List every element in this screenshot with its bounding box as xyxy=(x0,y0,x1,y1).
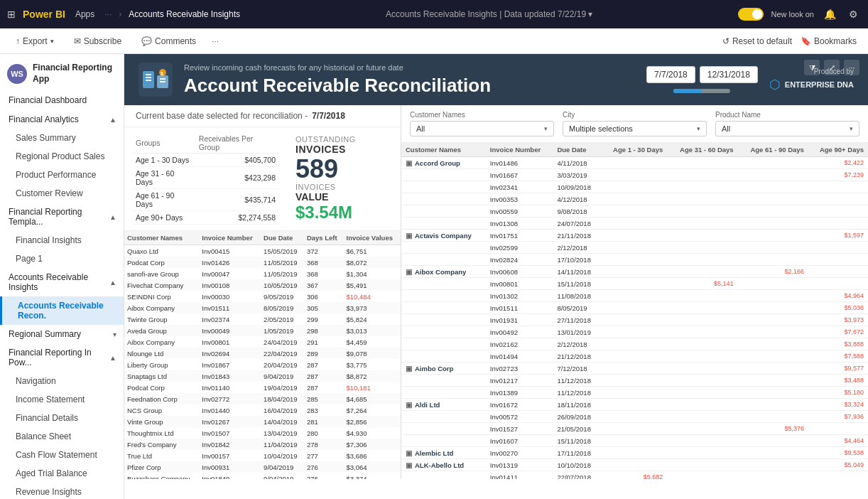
right-table-row: Inv01411 22/07/2018 $5,682 xyxy=(401,471,868,480)
brand-logo: ⬡ ENTERPRISE DNA xyxy=(769,77,854,92)
bookmarks-button[interactable]: 🔖 Bookmarks xyxy=(801,36,857,46)
right-table-row: Inv02341 10/09/2018 xyxy=(401,181,868,193)
right-age3 xyxy=(738,242,808,254)
settings-icon[interactable]: ⚙ xyxy=(846,9,861,20)
financial-reporting-in-pow-chevron: ▲ xyxy=(109,354,116,362)
bookmarks-label: Bookmarks xyxy=(814,36,857,46)
detail-invoice: Inv02374 xyxy=(199,313,261,325)
sidebar-item-aged-trial-balance[interactable]: Aged Trial Balance xyxy=(0,464,124,483)
breadcrumb-active: Accounts Receivable Insights xyxy=(129,9,240,19)
fullscreen-button[interactable]: ⤢ xyxy=(824,60,840,75)
right-age3 xyxy=(738,181,808,193)
group-expand-icon: ▣ xyxy=(406,401,412,409)
right-customer-group: ▣Aldi Ltd xyxy=(401,399,486,411)
sidebar-section-regional-summary[interactable]: Regional Summary ▾ xyxy=(0,325,124,343)
detail-invoice: Inv01440 xyxy=(199,404,261,416)
right-age1 xyxy=(601,399,667,411)
export-chevron: ▾ xyxy=(50,38,54,45)
date-slider[interactable] xyxy=(673,89,730,93)
sidebar-item-financial-dashboard[interactable]: Financial Dashboard xyxy=(0,90,124,110)
sidebar-item-revenue-insights[interactable]: Revenue Insights xyxy=(0,483,124,499)
sidebar-section-financial-reporting-in-pow[interactable]: Financial Reporting In Pow... ▲ xyxy=(0,343,124,372)
right-invoice: Inv02341 xyxy=(486,181,553,193)
date-selector[interactable]: 7/7/2018 12/31/2018 xyxy=(646,66,758,93)
right-table-scroll[interactable]: Customer NamesInvoice NumberDue DateAge … xyxy=(401,143,868,479)
sidebar-item-cash-flow-statement[interactable]: Cash Flow Statement xyxy=(0,446,124,464)
right-due-date: 15/11/2018 xyxy=(553,278,601,290)
sidebar-section-financial-analytics[interactable]: Financial Analytics ▲ xyxy=(0,110,124,129)
action-dots[interactable]: ··· xyxy=(212,36,219,46)
sidebar-item-accounts-receivable-recon[interactable]: Accounts Receivable Recon. xyxy=(0,296,124,325)
filter-button[interactable]: ⧩ xyxy=(804,60,820,75)
detail-value: $3,775 xyxy=(344,359,401,370)
sidebar-section-financial-reporting-templates[interactable]: Financial Reporting Templa... ▲ xyxy=(0,203,124,231)
right-age4: $3,888 xyxy=(808,338,868,350)
sidebar-item-product-performance[interactable]: Product Performance xyxy=(0,166,124,184)
subscribe-button[interactable]: ✉ Subscribe xyxy=(70,33,126,49)
sidebar-item-financial-insights[interactable]: Financial Insights xyxy=(0,231,124,249)
right-age4: $5,180 xyxy=(808,387,868,399)
detail-table-row: Liberty Group Inv01867 20/04/2019 287 $3… xyxy=(124,359,401,370)
sidebar-item-navigation[interactable]: Navigation xyxy=(0,372,124,390)
right-age3 xyxy=(738,290,808,302)
right-age1 xyxy=(601,242,667,254)
grid-icon[interactable]: ⊞ xyxy=(7,9,16,20)
export-button[interactable]: ↑ Export ▾ xyxy=(11,33,58,49)
center-data-update: | Data updated 7/22/19 ▾ xyxy=(499,9,592,19)
right-table-row: Inv00559 9/08/2018 xyxy=(401,205,868,218)
sidebar-item-balance-sheet[interactable]: Balance Sheet xyxy=(0,427,124,446)
detail-due-date: 20/04/2019 xyxy=(261,359,304,370)
right-age1 xyxy=(601,447,667,459)
right-due-date: 21/12/2018 xyxy=(553,350,601,363)
product-name-select[interactable]: All ▾ xyxy=(715,121,859,136)
customer-names-select[interactable]: All ▾ xyxy=(410,121,554,136)
detail-customer: Fred's Company xyxy=(124,439,199,450)
right-age2 xyxy=(667,411,737,423)
detail-table-element: Customer NamesInvoice NumberDue DateDays… xyxy=(124,231,401,479)
city-select[interactable]: Multiple selections ▾ xyxy=(563,121,707,136)
right-age2 xyxy=(667,447,737,459)
reset-button[interactable]: ↺ Reset to default xyxy=(722,36,792,46)
detail-invoice: Inv00801 xyxy=(199,336,261,348)
detail-days: 305 xyxy=(304,302,344,313)
reset-label: Reset to default xyxy=(732,36,792,46)
right-age2 xyxy=(667,375,737,387)
comments-button[interactable]: 💬 Comments xyxy=(137,33,200,49)
age-group-value: $405,700 xyxy=(196,154,278,167)
right-due-date: 2/12/2018 xyxy=(553,242,601,254)
end-date[interactable]: 12/31/2018 xyxy=(700,66,758,83)
right-invoice: Inv01411 xyxy=(486,471,553,480)
new-look-toggle[interactable] xyxy=(738,8,764,21)
sidebar-item-financial-details[interactable]: Financial Details xyxy=(0,409,124,427)
right-due-date: 27/11/2018 xyxy=(553,314,601,326)
sidebar-item-customer-review[interactable]: Customer Review xyxy=(0,184,124,203)
sidebar-section-accounts-receivable[interactable]: Accounts Receivable Insights ▲ xyxy=(0,268,124,296)
detail-customer: Aveda Group xyxy=(124,325,199,336)
right-invoice: Inv01302 xyxy=(486,290,553,302)
sidebar-item-income-statement[interactable]: Income Statement xyxy=(0,390,124,409)
detail-days: 368 xyxy=(304,257,344,268)
apps-nav[interactable]: Apps xyxy=(72,8,97,21)
detail-scroll[interactable]: Customer NamesInvoice NumberDue DateDays… xyxy=(124,231,401,479)
right-age3 xyxy=(738,254,808,266)
sidebar-item-regional-product-sales[interactable]: Regional Product Sales xyxy=(0,147,124,166)
report-title: Account Receivable Reconciliation xyxy=(184,75,635,97)
right-age3 xyxy=(738,338,808,350)
financial-reporting-templates-chevron: ▲ xyxy=(109,213,116,221)
right-table-row: ▣ALK-Abello Ltd Inv01319 10/10/2018 $5,0… xyxy=(401,459,868,471)
export-icon: ↑ xyxy=(16,36,20,46)
start-date[interactable]: 7/7/2018 xyxy=(646,66,695,83)
right-age1 xyxy=(601,169,667,181)
detail-customer: Aibox Company xyxy=(124,336,199,348)
sidebar-item-page-1[interactable]: Page 1 xyxy=(0,249,124,268)
right-due-date: 10/09/2018 xyxy=(553,181,601,193)
detail-value: $9,078 xyxy=(344,348,401,359)
detail-table-row: Fred's Company Inv01842 11/04/2019 278 $… xyxy=(124,439,401,450)
more-options-button[interactable]: ··· xyxy=(844,60,859,75)
detail-due-date: 11/04/2019 xyxy=(261,439,304,450)
detail-days: 298 xyxy=(304,325,344,336)
sidebar-item-sales-summary[interactable]: Sales Summary xyxy=(0,129,124,147)
reset-icon: ↺ xyxy=(722,36,729,46)
right-age3 xyxy=(738,205,808,218)
bell-icon[interactable]: 🔔 xyxy=(821,9,839,20)
